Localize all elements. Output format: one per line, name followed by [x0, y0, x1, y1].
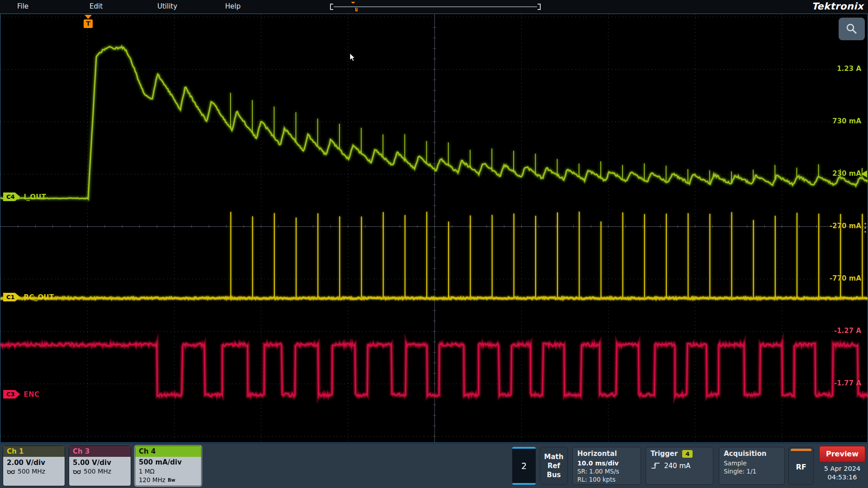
ch3-title: Ch 3	[69, 446, 131, 457]
scrollbar-trigger-position-icon[interactable]: T	[351, 4, 356, 10]
c3-label: ENC	[24, 390, 40, 399]
waveform-display: T 1.23 A 730 mA 230 mA -270 mA -770 mA -…	[0, 14, 868, 443]
ch4-level-marker-icon[interactable]	[861, 170, 867, 178]
bandwidth-filter-icon	[7, 469, 15, 474]
menu-file[interactable]: File	[17, 2, 28, 10]
math-label: Math	[544, 453, 564, 461]
status-bar: Ch 1 2.00 V/div 500 MHz Ch 3 5.00 V/div	[0, 443, 868, 488]
rf-accent-bar	[791, 449, 811, 451]
horizontal-title: Horizontal	[577, 450, 636, 458]
tektronix-logo: Tektronix	[811, 1, 863, 12]
ch4-bandwidth: 120 MHz	[139, 476, 165, 484]
channel-badge-c4[interactable]: C4 I_OUT	[3, 192, 46, 201]
trigger-position-marker[interactable]: T	[83, 15, 93, 28]
trigger-arrow-icon	[85, 15, 92, 19]
menu-bar: File Edit Utility Help T Tektronix	[0, 0, 868, 14]
math-ref-bus-button[interactable]: Math Ref Bus	[540, 447, 568, 485]
c4-tag: C4	[3, 192, 20, 201]
acquisition-title: Acquisition	[724, 450, 780, 458]
horizontal-panel[interactable]: Horizontal 10.0 ms/div SR: 1.00 MS/s RL:…	[572, 447, 641, 485]
acquisition-mode: Sample	[724, 459, 780, 467]
trigger-title: Trigger	[651, 450, 678, 458]
c3-tag: C3	[3, 390, 20, 399]
right-axis-label: -270 mA	[830, 222, 861, 230]
trigger-level: 240 mA	[664, 462, 690, 470]
date-label: 5 Apr 2024	[819, 465, 865, 473]
waveform-canvas[interactable]	[0, 14, 868, 442]
ch1-title: Ch 1	[3, 446, 65, 457]
acquisition-panel[interactable]: Acquisition Sample Single: 1/1	[719, 447, 785, 485]
ch4-badge[interactable]: Ch 4 500 mA/div 1 MΩ 120 MHz Bw	[135, 446, 202, 486]
channel-badge-c3[interactable]: C3 ENC	[3, 390, 39, 399]
c1-label: RC_OUT	[24, 293, 54, 301]
menu-edit[interactable]: Edit	[90, 2, 103, 10]
ch4-title: Ch 4	[135, 446, 201, 457]
right-axis-label: -1.77 A	[834, 379, 861, 387]
ch4-scale: 500 mA/div	[139, 458, 198, 467]
c4-label: I_OUT	[24, 193, 47, 201]
rf-label: RF	[789, 463, 813, 471]
zoom-magnifier-button[interactable]	[839, 18, 865, 40]
bandwidth-filter-icon	[73, 469, 81, 474]
preview-button[interactable]: Preview	[819, 446, 865, 462]
acquisition-single: Single: 1/1	[724, 467, 780, 475]
horizontal-record-length: RL: 100 kpts	[577, 475, 636, 483]
ch1-scale: 2.00 V/div	[7, 458, 61, 467]
right-axis-label: -770 mA	[830, 274, 861, 282]
ch1-bandwidth: 500 MHz	[18, 467, 45, 476]
bus-label: Bus	[547, 471, 561, 479]
ch4-impedance: 1 MΩ	[139, 467, 155, 476]
rising-edge-icon	[651, 462, 660, 470]
trigger-t-icon: T	[84, 19, 93, 28]
ch3-badge[interactable]: Ch 3 5.00 V/div 500 MHz	[69, 446, 131, 486]
ch3-bandwidth: 500 MHz	[84, 467, 111, 476]
zoom-factor-value: 2	[521, 461, 527, 471]
channel-badge-c1[interactable]: C1 RC_OUT	[3, 293, 54, 301]
right-axis-label: 230 mA	[832, 169, 861, 178]
side-drawer-handle[interactable]	[864, 223, 866, 233]
scrollbar-right-bracket	[538, 4, 541, 10]
scrollbar-left-bracket	[330, 4, 333, 10]
ch4-bw-suffix: Bw	[168, 476, 175, 484]
ch3-scale: 5.00 V/div	[73, 458, 127, 467]
trigger-source-badge: 4	[682, 450, 693, 458]
mouse-cursor	[349, 53, 356, 62]
magnifier-icon	[845, 23, 859, 35]
ch1-badge[interactable]: Ch 1 2.00 V/div 500 MHz	[3, 446, 65, 486]
right-axis-label: -1.27 A	[834, 327, 861, 335]
menu-utility[interactable]: Utility	[157, 2, 177, 10]
time-label: 04:53:16	[819, 473, 865, 482]
right-axis-label: 1.23 A	[837, 65, 861, 73]
rf-button[interactable]: RF	[788, 447, 814, 485]
menu-help[interactable]: Help	[225, 2, 241, 10]
horizontal-position-scrollbar[interactable]: T	[330, 3, 541, 10]
preview-block: Preview 5 Apr 2024 04:53:16	[819, 446, 865, 482]
right-axis-label: 730 mA	[832, 117, 861, 125]
zoom-factor-button[interactable]: 2	[512, 447, 536, 485]
horizontal-sample-rate: SR: 1.00 MS/s	[577, 467, 636, 475]
ref-label: Ref	[547, 462, 560, 470]
scrollbar-track	[334, 6, 537, 7]
c1-tag: C1	[3, 293, 20, 301]
horizontal-scale: 10.0 ms/div	[577, 459, 636, 467]
trigger-panel[interactable]: Trigger4 240 mA	[646, 447, 713, 485]
